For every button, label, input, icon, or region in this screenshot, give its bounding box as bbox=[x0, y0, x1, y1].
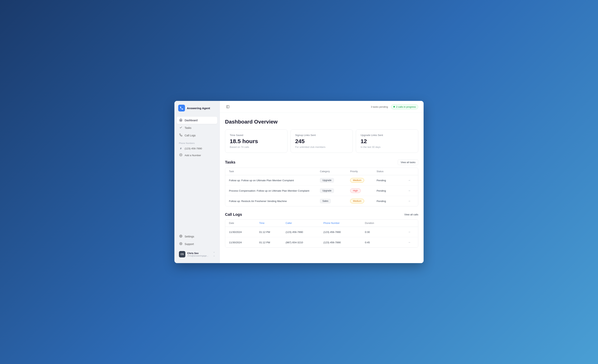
calls-in-progress-badge: 2 calls in progress bbox=[391, 104, 418, 109]
chevron-up-down-icon: ⌃⌄ bbox=[213, 251, 215, 257]
app-name: Answering Agent bbox=[187, 106, 210, 110]
stat-label-1: Signup Links Sent bbox=[295, 134, 348, 137]
nav-dashboard[interactable]: Dashboard bbox=[177, 117, 217, 124]
add-number-icon bbox=[179, 153, 183, 157]
task-priority-1: High bbox=[350, 188, 377, 193]
user-profile[interactable]: CS Chris Sev chris@answeringage... ⌃⌄ bbox=[177, 249, 217, 259]
tasks-label: Tasks bbox=[185, 126, 191, 129]
task-category-2: Sales bbox=[320, 199, 350, 203]
call-phone-1: (123) 456-7890 bbox=[323, 241, 365, 244]
call-row: 11/30/2024 01:12 PM (123) 456-7890 (123)… bbox=[225, 227, 418, 237]
task-status-0: Pending bbox=[377, 179, 407, 182]
task-name-0: Follow up: Follow up on Ultimate Plan Me… bbox=[229, 179, 320, 182]
task-status-1: Pending bbox=[377, 189, 407, 192]
task-row: Follow up: Follow up on Ultimate Plan Me… bbox=[225, 175, 418, 186]
home-icon bbox=[179, 118, 183, 122]
svg-point-3 bbox=[181, 236, 181, 236]
tasks-section-header: Tasks View all tasks bbox=[225, 160, 418, 165]
task-name-1: Process Compensation: Follow up on Ultim… bbox=[229, 189, 320, 192]
stat-sub-0: Based on 74 calls bbox=[230, 146, 283, 148]
support-icon bbox=[179, 242, 183, 246]
th-date: Date bbox=[229, 222, 259, 224]
top-bar: 3 tasks pending 2 calls in progress bbox=[220, 101, 424, 113]
call-arrow-0[interactable]: → bbox=[407, 229, 412, 235]
green-dot-icon bbox=[393, 106, 395, 107]
dashboard-label: Dashboard bbox=[185, 119, 198, 122]
task-arrow-2[interactable]: → bbox=[407, 199, 412, 203]
top-bar-right: 3 tasks pending 2 calls in progress bbox=[371, 104, 418, 109]
page-title: Dashboard Overview bbox=[225, 119, 418, 125]
tasks-table-header: Task Category Priority Status bbox=[225, 168, 418, 175]
priority-badge-2: Medium bbox=[350, 199, 364, 203]
th-duration: Duration bbox=[365, 222, 407, 224]
task-category-0: Upgrade bbox=[320, 178, 350, 183]
call-time-1: 01:12 PM bbox=[259, 241, 286, 244]
th-priority: Priority bbox=[350, 170, 377, 173]
hash-icon: # bbox=[179, 147, 183, 150]
calls-section-header: Call Logs View all calls bbox=[225, 212, 418, 217]
task-row: Follow up: Restock Air Freshener Vending… bbox=[225, 196, 418, 206]
svg-rect-6 bbox=[226, 105, 229, 108]
calls-in-progress-text: 2 calls in progress bbox=[396, 105, 416, 108]
user-info: Chris Sev chris@answeringage... bbox=[187, 252, 211, 257]
svg-point-4 bbox=[180, 242, 182, 245]
settings-label: Settings bbox=[185, 235, 194, 238]
task-row: Process Compensation: Follow up on Ultim… bbox=[225, 186, 418, 196]
call-logs-icon bbox=[179, 134, 183, 137]
sidebar: Answering Agent Dashboard Tasks bbox=[174, 101, 220, 263]
user-name: Chris Sev bbox=[187, 252, 211, 255]
stat-value-2: 12 bbox=[361, 138, 414, 145]
phone-number-label: (123) 456-7890 bbox=[185, 147, 202, 150]
nav-support[interactable]: Support bbox=[177, 241, 217, 248]
th-phone-number: Phone Number bbox=[323, 222, 365, 224]
logo-icon bbox=[178, 105, 185, 112]
call-caller-1: (987) 654-3210 bbox=[286, 241, 323, 244]
phone-section-label: Phone Numbers bbox=[177, 139, 217, 146]
th-call-action bbox=[407, 222, 414, 224]
th-action bbox=[407, 170, 414, 173]
calls-section-title: Call Logs bbox=[225, 212, 242, 217]
tasks-icon bbox=[179, 126, 183, 130]
add-number-item[interactable]: Add a Number bbox=[177, 152, 217, 159]
th-caller: Caller bbox=[286, 222, 323, 224]
category-badge-1: Upgrade bbox=[320, 188, 334, 193]
stat-label-2: Upgrade Links Sent bbox=[361, 134, 414, 137]
tasks-table: Task Category Priority Status Follow up:… bbox=[225, 168, 418, 206]
nav-call-logs[interactable]: Call Logs bbox=[177, 132, 217, 139]
sidebar-toggle-button[interactable] bbox=[225, 104, 231, 110]
category-badge-2: Sales bbox=[320, 199, 331, 203]
tasks-pending-label: 3 tasks pending bbox=[371, 105, 388, 108]
task-arrow-1[interactable]: → bbox=[407, 188, 412, 193]
sidebar-bottom: Settings Support CS Chris Sev chris@answ bbox=[177, 233, 217, 259]
call-logs-label: Call Logs bbox=[185, 134, 196, 137]
task-priority-0: Medium bbox=[350, 178, 377, 183]
call-duration-0: 0:30 bbox=[365, 231, 407, 234]
nav-tasks[interactable]: Tasks bbox=[177, 124, 217, 131]
call-arrow-1[interactable]: → bbox=[407, 240, 412, 245]
call-phone-0: (123) 456-7890 bbox=[323, 231, 365, 234]
stats-grid: Time Saved 18.5 hours Based on 74 calls … bbox=[225, 129, 418, 153]
stat-sub-1: For unlimited club members bbox=[295, 146, 348, 148]
user-avatar: CS bbox=[179, 251, 185, 258]
task-arrow-0[interactable]: → bbox=[407, 178, 412, 183]
stat-value-0: 18.5 hours bbox=[230, 138, 283, 145]
main-content: 3 tasks pending 2 calls in progress Dash… bbox=[220, 101, 424, 263]
category-badge-0: Upgrade bbox=[320, 178, 334, 183]
th-time: Time bbox=[259, 222, 286, 224]
view-all-calls-link[interactable]: View all calls bbox=[404, 213, 418, 216]
th-category: Category bbox=[320, 170, 350, 173]
th-task: Task bbox=[229, 170, 320, 173]
nav-settings[interactable]: Settings bbox=[177, 233, 217, 240]
user-email: chris@answeringage... bbox=[187, 255, 211, 257]
app-logo: Answering Agent bbox=[177, 105, 217, 112]
support-label: Support bbox=[185, 243, 194, 246]
stat-card-upgrade-links: Upgrade Links Sent 12 In the last 30 day… bbox=[356, 129, 418, 153]
view-all-tasks-button[interactable]: View all tasks bbox=[398, 160, 418, 165]
phone-number-item[interactable]: # (123) 456-7890 bbox=[177, 146, 217, 152]
stat-sub-2: In the last 30 days bbox=[361, 146, 414, 148]
tasks-section-title: Tasks bbox=[225, 160, 235, 164]
page-content: Dashboard Overview Time Saved 18.5 hours… bbox=[220, 113, 424, 263]
call-caller-0: (123) 456-7890 bbox=[286, 231, 323, 234]
task-category-1: Upgrade bbox=[320, 188, 350, 193]
call-date-1: 11/30/2024 bbox=[229, 241, 259, 244]
